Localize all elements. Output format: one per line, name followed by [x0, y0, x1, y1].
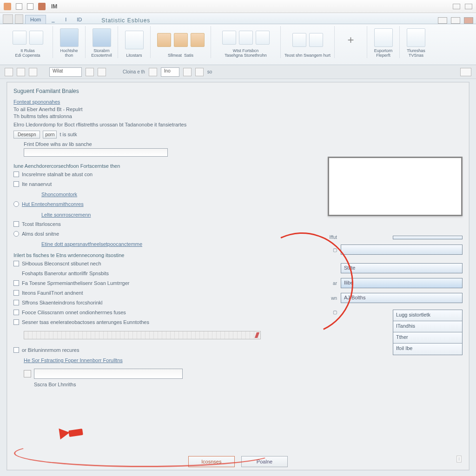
- field-label: Frint Dfoee wihs av lib sanche: [24, 141, 311, 147]
- qat-icon[interactable]: [27, 3, 33, 10]
- ribbon-group-label: Wtst FortsbcnTasehgna Stonethrohn: [225, 49, 267, 58]
- option-link[interactable]: Etine dott aspersnavtfneelsetpoocanctemm…: [41, 241, 142, 247]
- qat-icon[interactable]: [16, 3, 22, 10]
- side-dropdown[interactable]: AJ Bolths: [341, 293, 463, 303]
- ruler[interactable]: [24, 331, 261, 339]
- resize-grip-icon[interactable]: ⁝: [456, 456, 462, 463]
- ribbon-icon[interactable]: [93, 28, 111, 47]
- ribbon-group-label: Sllmeat Satis: [168, 53, 193, 58]
- field-icon: ▢: [328, 310, 337, 315]
- ribbon-icon[interactable]: [29, 31, 43, 45]
- option-link[interactable]: Lelte sonrroscremenn: [41, 212, 91, 218]
- checkbox[interactable]: [13, 172, 19, 177]
- ribbon-icon[interactable]: [174, 33, 188, 47]
- tab-icon[interactable]: ID: [72, 15, 86, 24]
- ribbon-group: Sllmeat Satis: [151, 26, 211, 58]
- tool-icon[interactable]: [149, 68, 157, 76]
- checkbox[interactable]: [13, 181, 19, 187]
- qat-icon[interactable]: [38, 3, 46, 10]
- add-icon[interactable]: +: [344, 33, 358, 47]
- tab-icon[interactable]: I: [60, 15, 71, 24]
- help-icon[interactable]: [451, 17, 460, 24]
- checkbox[interactable]: [13, 221, 19, 227]
- ribbon-icon[interactable]: [191, 33, 205, 47]
- file-button[interactable]: [3, 14, 13, 24]
- tool-icon[interactable]: [183, 68, 192, 76]
- option-text: Elrro Lledonrdomp for Boct rflistretths …: [13, 122, 311, 127]
- app-icon[interactable]: [4, 3, 11, 10]
- option-link[interactable]: He Sor Fstracting Foper Innenborr Forull…: [24, 357, 123, 363]
- radio[interactable]: [13, 231, 19, 237]
- ribbon-group-label: EuportornFleperft: [374, 49, 393, 58]
- ribbon-icon[interactable]: [407, 28, 425, 47]
- attach-icon[interactable]: [24, 370, 31, 377]
- ribbon-icon[interactable]: [222, 31, 236, 45]
- ribbon-icon[interactable]: [13, 31, 26, 45]
- option-link[interactable]: Hut Ennteohensmithconres: [22, 201, 84, 207]
- side-dropdown[interactable]: Ilibe: [341, 278, 463, 288]
- tool-icon[interactable]: [195, 68, 204, 76]
- side-input[interactable]: [393, 236, 463, 239]
- section-link[interactable]: Fonteat spononahes: [13, 99, 311, 105]
- ribbon-icon[interactable]: [157, 33, 171, 47]
- checkbox[interactable]: [13, 261, 19, 266]
- page-button[interactable]: porn: [43, 131, 57, 139]
- side-panel: Iffut ▢ Stilte ar Ilibe wn AJ Bolths ▢ L…: [328, 157, 463, 360]
- option-label: Ite nanaervut: [22, 181, 52, 187]
- list-item[interactable]: Ifoil Ibe: [393, 344, 462, 355]
- side-input[interactable]: [341, 245, 463, 255]
- checkbox[interactable]: [13, 300, 19, 305]
- ribbon-icon[interactable]: [309, 33, 323, 47]
- side-dropdown[interactable]: Stilte: [341, 263, 463, 273]
- radio[interactable]: [13, 201, 19, 207]
- ribbon-icon[interactable]: [60, 28, 79, 47]
- option-label: Alms dosl snitne: [22, 231, 59, 237]
- option-label: Incsrelmre stalnalt be atust con: [22, 172, 93, 177]
- field-label: Sscra Bor Lhnriths: [34, 382, 311, 387]
- ribbon-group-label: Teost shn Swangem hurt: [284, 53, 331, 58]
- option-label: Iteons FaunilTnort andnent: [22, 290, 83, 296]
- ribbon-icon[interactable]: [239, 31, 253, 45]
- collapse-ribbon-icon[interactable]: [438, 17, 447, 24]
- tab-home[interactable]: Hom: [25, 15, 46, 24]
- window-minimize-icon[interactable]: [453, 4, 460, 9]
- size-dropdown[interactable]: Ino: [161, 67, 179, 77]
- close-icon[interactable]: [464, 17, 473, 24]
- text-input[interactable]: [24, 148, 168, 157]
- list-item[interactable]: ITandhis: [393, 321, 462, 332]
- list-item[interactable]: Tther: [393, 332, 462, 344]
- tool-icon[interactable]: [86, 68, 94, 76]
- options-panel: Suguent Foamilant Bnales Fonteat sponona…: [7, 82, 469, 470]
- tool-icon[interactable]: [5, 68, 13, 76]
- tool-icon[interactable]: [17, 68, 25, 76]
- ribbon-group-label: Hochtshethon: [60, 49, 78, 58]
- window-maximize-icon[interactable]: [465, 4, 472, 9]
- checkbox[interactable]: [13, 310, 19, 315]
- checkbox[interactable]: [13, 290, 19, 296]
- tab-button[interactable]: [15, 14, 23, 24]
- cancel-button[interactable]: Poalne: [241, 456, 288, 467]
- view-dropdown[interactable]: Wilat: [49, 67, 82, 77]
- tab-icon[interactable]: ⎯: [47, 15, 60, 24]
- checkbox[interactable]: [13, 319, 19, 325]
- tool-icon[interactable]: [29, 68, 37, 76]
- panel-toggle-icon[interactable]: [460, 68, 471, 76]
- section-title: Suguent Foamilant Bnales: [13, 88, 311, 94]
- section-subtitle: Irilert bs fisches te Etns wrdenneconong…: [13, 252, 311, 258]
- option-link[interactable]: Shoncomontork: [41, 192, 77, 197]
- tool-icon[interactable]: [98, 68, 106, 76]
- checkbox[interactable]: [13, 280, 19, 286]
- ribbon-icon[interactable]: [256, 31, 270, 45]
- checkbox[interactable]: [13, 347, 19, 353]
- ribbon-icon[interactable]: [374, 28, 393, 47]
- ribbon-group: Teost shn Swangem hurt: [281, 26, 335, 58]
- description-button[interactable]: Desespn: [13, 131, 40, 139]
- ribbon-group: It RulasEdi Copensta: [3, 26, 53, 58]
- path-input[interactable]: [34, 369, 183, 379]
- ok-button[interactable]: lcosnses: [188, 456, 235, 467]
- ribbon-tabs: Hom ⎯ I ID Statistic Esblues: [0, 13, 476, 24]
- list-item[interactable]: Lugg sistortletk: [393, 310, 462, 321]
- ribbon-icon[interactable]: [125, 31, 144, 49]
- ribbon-group-label: StorabrnEcsotertrvil: [91, 49, 112, 58]
- ribbon-icon[interactable]: [292, 33, 306, 47]
